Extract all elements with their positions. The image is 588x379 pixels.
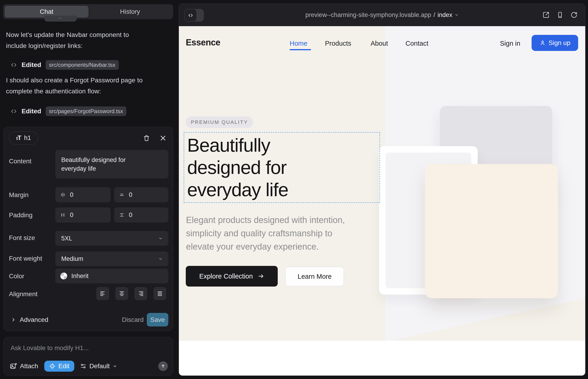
learn-more-button[interactable]: Learn More (285, 267, 344, 286)
attach-image-icon (10, 363, 17, 370)
open-in-new-tab-icon[interactable] (542, 12, 549, 18)
code-icon (10, 108, 17, 115)
align-right-button[interactable] (134, 287, 147, 300)
edit-mode-button[interactable]: Edit (44, 361, 74, 372)
mobile-view-icon[interactable] (557, 12, 563, 18)
chat-message-line: include login/register links: (6, 40, 129, 51)
align-center-icon (119, 291, 125, 297)
font-size-label: Font size (9, 234, 35, 242)
chat-history-tabbar: Chat History (3, 4, 173, 19)
signin-link[interactable]: Sign in (500, 40, 520, 47)
clipped-file-chip[interactable]: .. (44, 16, 77, 22)
chat-message-line: I should also create a Forgot Password p… (6, 75, 143, 86)
tab-history[interactable]: History (89, 6, 171, 18)
element-tag-badge: tT h1 (9, 131, 38, 144)
font-size-select[interactable]: 5XL (55, 231, 168, 246)
margin-x-input[interactable]: 0 (55, 187, 110, 202)
arrow-right-icon (258, 273, 264, 279)
lovable-app: Chat History .. Now let's update the Nav… (0, 0, 588, 379)
code-icon (10, 62, 17, 68)
close-icon (160, 135, 167, 142)
nav-link-about[interactable]: About (371, 40, 388, 47)
hero-badge: PREMIUM QUALITY (186, 116, 253, 128)
preview-url-separator: / (433, 12, 435, 19)
composer-toolbar: Attach Edit Default (10, 361, 168, 372)
chevron-right-icon (11, 317, 16, 323)
preview-url-page[interactable]: index (438, 12, 452, 19)
chat-message: Now let's update the Navbar component to… (6, 29, 129, 51)
align-left-button[interactable] (96, 287, 109, 300)
content-label: Content (9, 158, 31, 165)
preview-header-actions (542, 4, 577, 26)
trash-icon (143, 134, 150, 142)
align-right-icon (138, 291, 144, 297)
send-button[interactable] (158, 361, 168, 371)
color-label: Color (9, 272, 24, 280)
color-swatch (60, 272, 67, 279)
margin-y-input[interactable]: 0 (114, 187, 168, 202)
edited-file-row: Edited src/pages/ForgotPassword.tsx (10, 107, 126, 116)
user-icon (539, 40, 546, 46)
element-tag-name: h1 (24, 134, 31, 142)
padding-vertical-icon (119, 212, 124, 218)
chat-composer: Attach Edit Default (3, 337, 173, 376)
file-chip[interactable]: src/components/Navbar.tsx (46, 60, 119, 70)
advanced-toggle[interactable]: Advanced (11, 313, 48, 327)
chat-message-line: Now let's update the Navbar component to (6, 29, 129, 40)
font-weight-label: Font weight (9, 255, 42, 262)
signup-button[interactable]: Sign up (532, 35, 578, 51)
chat-message: I should also create a Forgot Password p… (6, 75, 143, 96)
nav-link-contact[interactable]: Contact (405, 40, 428, 47)
file-chip[interactable]: src/pages/ForgotPassword.tsx (46, 107, 127, 116)
alignment-label: Alignment (9, 290, 38, 298)
margin-horizontal-icon (60, 192, 65, 197)
discard-button[interactable]: Discard (116, 313, 150, 327)
align-left-icon (100, 291, 106, 297)
preview-window: preview--charming-site-symphony.lovable.… (179, 3, 586, 376)
nav-link-home[interactable]: Home (290, 40, 307, 47)
edited-label: Edited (22, 108, 41, 115)
chevron-down-icon (113, 364, 117, 368)
hero-heading[interactable]: Beautifully designed for everyday life (187, 134, 288, 201)
nav-link-products[interactable]: Products (325, 40, 351, 47)
chevron-down-icon (158, 256, 163, 262)
chevron-down-icon (454, 13, 459, 17)
arrow-up-icon (160, 364, 166, 369)
nav-active-underline (290, 49, 311, 50)
padding-label: Padding (9, 211, 32, 219)
align-justify-icon (157, 291, 163, 297)
sliders-icon (80, 363, 86, 369)
composer-input[interactable] (11, 343, 164, 353)
site-preview: Essence Home Products About Contact Sign… (179, 26, 585, 376)
model-mode-dropdown[interactable]: Default (80, 363, 117, 370)
close-editor-button[interactable] (158, 134, 168, 143)
content-input[interactable]: Beautifully designed for everyday life (55, 150, 168, 178)
preview-browser-header: preview--charming-site-symphony.lovable.… (179, 4, 585, 26)
preview-url-bar[interactable]: preview--charming-site-symphony.lovable.… (179, 4, 585, 26)
margin-label: Margin (9, 191, 29, 199)
color-select[interactable]: Inherit (55, 269, 168, 283)
typography-icon: tT (16, 134, 21, 142)
preview-url-domain: preview--charming-site-symphony.lovable.… (306, 12, 431, 19)
delete-element-button[interactable] (142, 134, 151, 143)
site-brand[interactable]: Essence (186, 38, 220, 47)
target-icon (49, 363, 56, 369)
padding-y-input[interactable]: 0 (114, 207, 168, 222)
padding-x-input[interactable]: 0 (55, 207, 110, 222)
chat-message-line: complete the authentication flow: (6, 86, 143, 97)
padding-horizontal-icon (60, 212, 65, 218)
hero-decor-beige-card (425, 164, 558, 298)
save-button[interactable]: Save (147, 313, 168, 327)
element-editor-panel: tT h1 Content Beautifully designed for e… (3, 127, 173, 331)
align-center-button[interactable] (115, 287, 128, 300)
edited-label: Edited (22, 61, 41, 69)
attach-button[interactable]: Attach (10, 363, 38, 370)
margin-vertical-icon (119, 192, 124, 197)
edited-file-row: Edited src/components/Navbar.tsx (10, 60, 119, 70)
align-justify-button[interactable] (154, 287, 166, 300)
explore-collection-button[interactable]: Explore Collection (186, 266, 278, 286)
hero-paragraph: Elegant products designed with intention… (186, 213, 345, 253)
font-weight-select[interactable]: Medium (55, 252, 168, 266)
refresh-icon[interactable] (571, 12, 577, 18)
chevron-down-icon (158, 236, 163, 241)
